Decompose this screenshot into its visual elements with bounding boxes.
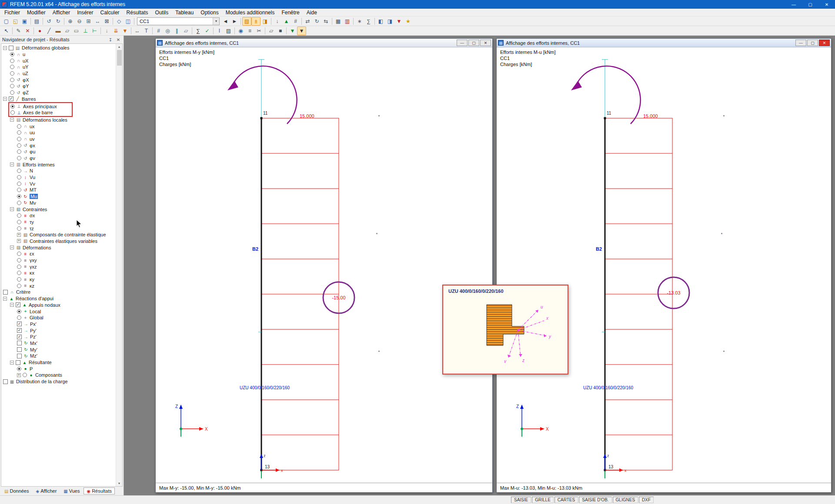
expand-icon[interactable]: + — [17, 233, 21, 237]
radio-v[interactable] — [17, 156, 21, 160]
menu-modules-additionnels[interactable]: Modules additionnels — [222, 9, 278, 16]
tree-item-d-formations-locales[interactable]: −▤Déformations locales — [1, 117, 116, 123]
redo-button[interactable]: ↻ — [53, 17, 63, 26]
load-case-combo[interactable]: CC1▾ — [137, 17, 220, 25]
tree-item-distribution-de-la-charge[interactable]: ▦Distribution de la charge — [1, 378, 116, 385]
checkbox-pz[interactable]: ✓ — [17, 335, 22, 339]
radio-x[interactable] — [17, 213, 21, 218]
radio-y[interactable] — [10, 84, 14, 88]
tree-item-d-formations-globales[interactable]: −▤Déformations globales — [1, 45, 116, 51]
radio-mv[interactable] — [17, 201, 21, 205]
cross-section-button[interactable]: I — [215, 27, 224, 35]
clip-button[interactable]: ✂ — [254, 27, 264, 35]
tree-item-y[interactable]: ↺φY — [1, 83, 116, 90]
member-load-button[interactable]: ⇊ — [111, 27, 120, 35]
radio-y[interactable] — [17, 220, 21, 224]
tab-afficher[interactable]: ◈ Afficher — [33, 487, 60, 494]
zoom-all-button[interactable]: ⊠ — [102, 17, 111, 26]
tables-button[interactable]: ▦ — [334, 17, 343, 26]
model-canvas-my[interactable]: -15.00 15.000 11 13 B2 UZU 400/0/160/0/2… — [156, 47, 492, 483]
tree-item-mv[interactable]: ↻Mv — [1, 200, 116, 206]
radio-ux[interactable] — [17, 124, 21, 129]
status-glignes[interactable]: GLIGNES — [613, 497, 638, 503]
comment-button[interactable]: T — [142, 27, 151, 35]
delete-button[interactable]: ✕ — [23, 27, 32, 35]
tree-item-contraintes-lastiques-variables[interactable]: +▧Contraintes élastiques variables — [1, 238, 116, 245]
undo-button[interactable]: ↺ — [44, 17, 53, 26]
node-marker-top[interactable] — [261, 117, 263, 119]
child-window-title-bar[interactable]: ▦ Affichage des efforts internes, CC1 — … — [497, 39, 831, 47]
child-window-my[interactable]: ▦ Affichage des efforts internes, CC1 — … — [155, 38, 493, 493]
tree-item-r-actions-d-appui[interactable]: −▲Réactions d'appui — [1, 295, 116, 302]
select-button[interactable]: ↖ — [2, 27, 11, 35]
new-opening-button[interactable]: ▭ — [72, 27, 81, 35]
checkbox-px[interactable]: ✓ — [17, 322, 22, 326]
show-results-button[interactable]: ▧ — [242, 17, 251, 26]
menu-aide[interactable]: Aide — [303, 9, 321, 16]
menu-fenetre[interactable]: Fenêtre — [278, 9, 303, 16]
tree-item-crit-re[interactable]: ∩Critère — [1, 289, 116, 295]
check-model-button[interactable]: ✓ — [203, 27, 212, 35]
tree-item-uy[interactable]: ∩uY — [1, 64, 116, 70]
surface-load-button[interactable]: ▼ — [120, 27, 130, 35]
dimension-button[interactable]: ↔ — [133, 27, 142, 35]
tree-item-px[interactable]: ✓→Px' — [1, 321, 116, 328]
radio-u[interactable] — [10, 52, 14, 56]
tree-item-axes-principaux[interactable]: ⊥Axes principaux — [9, 103, 72, 109]
status-grille[interactable]: GRILLE — [532, 497, 554, 503]
solid-view-button[interactable]: ■ — [276, 27, 285, 35]
radio-x[interactable] — [17, 271, 21, 275]
collapse-icon[interactable]: − — [3, 97, 7, 101]
panel-right-button[interactable]: ◨ — [385, 17, 394, 26]
scrollbar-thumb[interactable] — [117, 50, 122, 66]
calculate-button[interactable]: ∑ — [194, 27, 203, 35]
pdf-export-button[interactable]: ▼ — [394, 17, 404, 26]
tree-item-contraintes[interactable]: −▧Contraintes — [1, 206, 116, 212]
maximize-button[interactable]: ▢ — [807, 40, 818, 46]
rotate-button[interactable]: ↻ — [312, 17, 321, 26]
model-view[interactable]: Efforts internes M-y [kNm] CC1 Charges [… — [156, 47, 492, 483]
work-plane-button[interactable]: ▱ — [181, 27, 190, 35]
printout-report-button[interactable]: ▥ — [343, 17, 352, 26]
grid-button[interactable]: # — [154, 27, 163, 35]
collapse-icon[interactable]: − — [10, 118, 14, 122]
radio-mt[interactable] — [17, 188, 21, 192]
minimize-button[interactable]: — — [785, 0, 802, 9]
minimize-button[interactable]: — — [457, 40, 468, 46]
tree-item-x[interactable]: ≡κx — [1, 270, 116, 276]
pan-button[interactable]: ↔ — [93, 17, 102, 26]
isometric-view-button[interactable]: ◇ — [114, 17, 124, 26]
checkbox-mx[interactable] — [17, 341, 22, 345]
panel-left-button[interactable]: ◧ — [376, 17, 385, 26]
radio-n[interactable] — [17, 169, 21, 173]
tree-item-z[interactable]: ↺φZ — [1, 90, 116, 96]
tree-item-my[interactable]: ↻My' — [1, 346, 116, 353]
scroll-down-icon[interactable]: ▼ — [116, 481, 122, 486]
tree-item-uz[interactable]: ∩uZ — [1, 70, 116, 77]
collapse-icon[interactable]: − — [3, 297, 7, 301]
radio-x[interactable] — [10, 78, 14, 82]
tree-item-x[interactable]: ↺φx — [1, 142, 116, 149]
pin-icon[interactable]: ↧ — [107, 37, 114, 42]
settings-button[interactable]: ★ — [404, 17, 413, 26]
radio-uy[interactable] — [10, 65, 14, 69]
tree-item-x[interactable]: ↺φX — [1, 76, 116, 83]
mirror-button[interactable]: ⇆ — [321, 17, 331, 26]
status-saisie[interactable]: SAISIE — [511, 497, 531, 503]
show-supports-button[interactable]: ▲ — [282, 17, 291, 26]
child-window-title-bar[interactable]: ▦ Affichage des efforts internes, CC1 — … — [156, 39, 492, 47]
collapse-icon[interactable]: − — [10, 303, 14, 307]
tree-item-ux[interactable]: ∩uX — [1, 57, 116, 64]
tree-item-uv[interactable]: ∩uv — [1, 136, 116, 143]
snap-button[interactable]: ◎ — [163, 27, 172, 35]
radio-x[interactable] — [17, 252, 21, 256]
line-support-button[interactable]: ⊢ — [90, 27, 99, 35]
radio-mu[interactable] — [17, 194, 21, 199]
print-button[interactable]: ▤ — [32, 17, 41, 26]
tree-item-mz[interactable]: ↻Mz' — [1, 353, 116, 359]
collapse-icon[interactable]: − — [10, 361, 14, 365]
radio-z[interactable] — [17, 284, 21, 288]
tree-item-y[interactable]: ≡κy — [1, 276, 116, 283]
checkbox-barres[interactable]: ✓ — [9, 96, 13, 101]
navigator-scrollbar[interactable]: ▲ ▼ — [116, 44, 122, 486]
